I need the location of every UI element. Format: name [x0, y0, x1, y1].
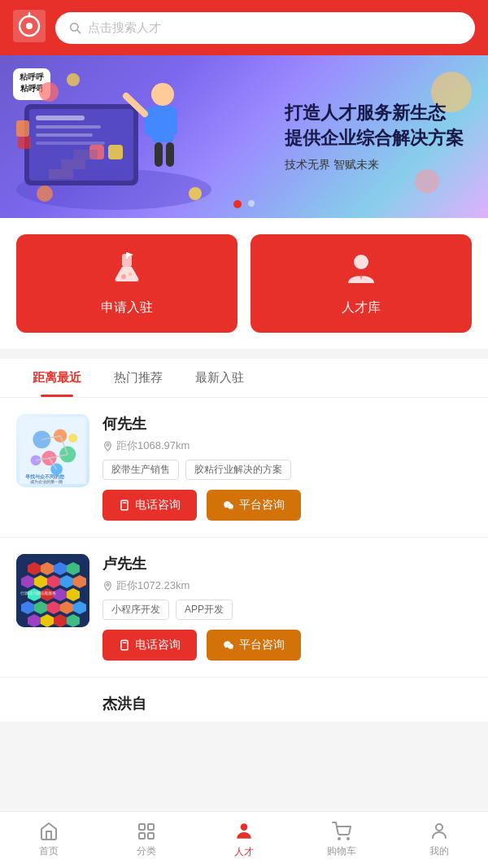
svg-point-23	[39, 82, 59, 102]
wechat-btn-1[interactable]: 平台咨询	[207, 490, 301, 521]
nav-cart[interactable]: 购物车	[317, 822, 366, 858]
action-btns-1: 电话咨询 平台咨询	[102, 490, 472, 521]
person-tags-2: 小程序开发 APP开发	[102, 600, 472, 620]
svg-text:寻找与众不同的您: 寻找与众不同的您	[25, 473, 65, 479]
tab-newest[interactable]: 最新入驻	[179, 359, 260, 397]
svg-point-27	[189, 187, 202, 200]
tabs-container: 距离最近 热门推荐 最新入驻	[0, 359, 488, 398]
banner-text-block: 打造人才服务新生态 提供企业综合解决方案 技术无界 智赋未来	[285, 101, 464, 172]
svg-rect-21	[166, 142, 174, 167]
talent-btn[interactable]: 人才库	[251, 234, 472, 333]
mine-icon	[429, 822, 449, 841]
nav-home[interactable]: 首页	[24, 822, 73, 858]
tag-1-2: 胶粘行业解决的方案	[185, 460, 291, 480]
nav-talent[interactable]: 人才	[220, 821, 268, 859]
svg-point-16	[151, 83, 174, 106]
person-info-1: 何先生 距你1068.97km 胶带生产销售 胶粘行业解决的方案 电	[102, 414, 472, 521]
bottom-nav: 首页 分类 人才 购物车 我的	[0, 811, 488, 868]
banner-title-line2: 提供企业综合解决方案	[285, 126, 464, 151]
person-avatar-1: 寻找与众不同的您 成为企业的第一面	[16, 414, 89, 487]
tag-2-2: APP开发	[176, 600, 233, 620]
banner-dot-1[interactable]	[233, 200, 242, 208]
banner-subtitle: 技术无界 智赋未来	[285, 158, 464, 172]
svg-rect-13	[36, 142, 105, 145]
banner-dots	[233, 200, 255, 208]
person-tags-1: 胶带生产销售 胶粘行业解决的方案	[102, 460, 472, 480]
header: 点击搜索人才	[0, 0, 488, 55]
banner: 粘呼呼 粘呼呼	[0, 55, 488, 218]
svg-point-91	[436, 824, 442, 831]
apply-btn[interactable]: 申请入驻	[16, 234, 237, 333]
svg-rect-85	[148, 824, 154, 830]
action-btns-2: 电话咨询 平台咨询	[102, 630, 472, 661]
svg-rect-12	[36, 133, 93, 137]
nav-category[interactable]: 分类	[122, 822, 171, 858]
nav-home-label: 首页	[39, 844, 59, 858]
wechat-btn-2[interactable]: 平台咨询	[207, 630, 301, 661]
cards-container: 寻找与众不同的您 成为企业的第一面 何先生 距你1068.97km 胶带生产销售…	[0, 398, 488, 722]
wechat-icon-1	[223, 499, 234, 511]
svg-point-2	[26, 23, 33, 29]
svg-point-89	[338, 838, 340, 840]
partial-person-name: 杰洪自	[102, 694, 146, 713]
nav-mine[interactable]: 我的	[415, 822, 464, 858]
banner-illustration	[0, 55, 228, 218]
partial-card: 杰洪自	[0, 678, 488, 722]
svg-line-5	[77, 30, 81, 33]
phone-icon-1	[119, 499, 130, 511]
tag-1-1: 胶带生产销售	[102, 460, 179, 480]
svg-rect-30	[61, 159, 85, 169]
cart-icon	[332, 822, 351, 841]
svg-point-88	[241, 823, 248, 831]
svg-rect-25	[16, 120, 29, 137]
quick-actions: 申请入驻 人才库	[0, 218, 488, 349]
person-distance-2: 距你1072.23km	[102, 578, 472, 593]
svg-point-24	[67, 73, 80, 86]
talent-icon	[343, 251, 379, 291]
apply-label: 申请入驻	[101, 299, 153, 316]
svg-point-41	[54, 430, 67, 443]
header-logo	[13, 10, 46, 46]
svg-rect-82	[121, 640, 128, 650]
svg-point-28	[37, 185, 53, 202]
person-card-2: 行政/企/业/法规服务 卢先生 距你1072.23km 小程序开发 APP开发	[0, 538, 488, 678]
svg-point-33	[121, 274, 126, 279]
svg-point-54	[107, 443, 109, 446]
tab-popular[interactable]: 热门推荐	[98, 359, 179, 397]
svg-rect-87	[148, 833, 154, 839]
phone-btn-1[interactable]: 电话咨询	[102, 490, 197, 521]
apply-icon	[109, 251, 145, 291]
svg-text:行政/企/业/法规服务: 行政/企/业/法规服务	[20, 591, 57, 595]
svg-rect-19	[168, 107, 177, 136]
person-info-2: 卢先生 距你1072.23km 小程序开发 APP开发 电话咨询	[102, 554, 472, 661]
banner-dot-2[interactable]	[248, 200, 255, 207]
category-icon	[137, 822, 156, 841]
location-icon-2	[102, 581, 113, 591]
search-bar[interactable]: 点击搜索人才	[55, 12, 475, 44]
svg-point-90	[347, 838, 349, 840]
svg-rect-11	[36, 125, 101, 129]
nav-talent-label: 人才	[234, 845, 254, 859]
svg-point-37	[354, 255, 368, 269]
svg-point-81	[107, 583, 109, 586]
svg-point-34	[129, 273, 132, 276]
search-icon	[68, 21, 81, 34]
talent-label: 人才库	[342, 299, 381, 316]
person-distance-1: 距你1068.97km	[102, 438, 472, 453]
phone-icon-2	[119, 639, 130, 651]
svg-point-45	[68, 434, 77, 443]
tab-distance[interactable]: 距离最近	[16, 359, 98, 397]
svg-rect-55	[121, 500, 128, 510]
nav-mine-label: 我的	[429, 844, 449, 858]
svg-rect-26	[18, 137, 31, 149]
svg-rect-20	[155, 142, 163, 167]
svg-text:成为企业的第一面: 成为企业的第一面	[29, 479, 63, 484]
person-avatar-2: 行政/企/业/法规服务	[16, 554, 89, 627]
nav-cart-label: 购物车	[327, 844, 356, 858]
phone-btn-2[interactable]: 电话咨询	[102, 630, 197, 661]
nav-category-label: 分类	[137, 844, 156, 858]
location-icon-1	[102, 441, 113, 451]
svg-rect-84	[139, 824, 145, 830]
home-icon	[39, 822, 59, 841]
svg-rect-31	[73, 150, 98, 159]
